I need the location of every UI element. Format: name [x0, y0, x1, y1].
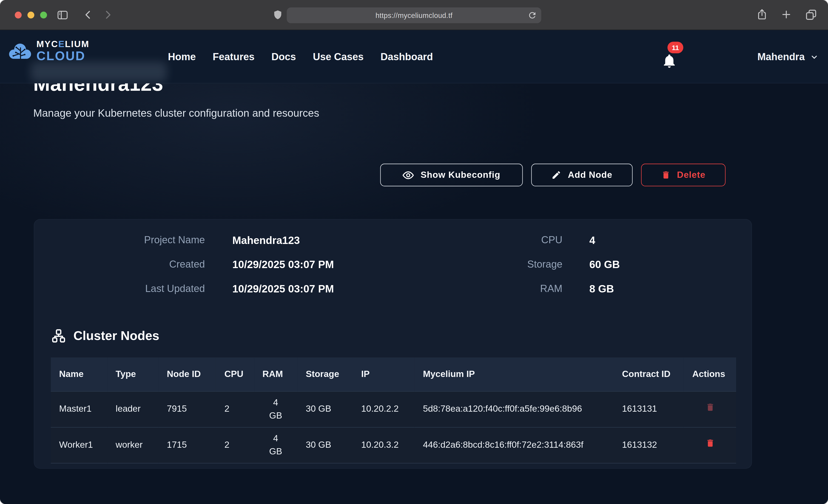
info-label: RAM	[462, 283, 563, 295]
info-value: 60 GB	[589, 259, 620, 270]
cell-cpu: 2	[216, 391, 254, 427]
cell-name: Master1	[51, 391, 107, 427]
cell-node-id: 1715	[158, 427, 216, 463]
column-header-contract-id: Contract ID	[614, 358, 684, 391]
trash-icon	[661, 170, 671, 180]
cell-storage: 30 GB	[297, 391, 353, 427]
cell-storage: 30 GB	[297, 427, 353, 463]
browser-window: https://myceliumcloud.tf	[0, 0, 828, 504]
new-tab-icon[interactable]	[780, 8, 792, 21]
cell-actions	[684, 391, 736, 427]
reload-icon[interactable]	[528, 10, 537, 20]
info-value: 8 GB	[589, 283, 620, 295]
nav-link-home[interactable]: Home	[168, 51, 196, 63]
nav-link-dashboard[interactable]: Dashboard	[380, 51, 433, 63]
logo[interactable]: MYCELIUM CLOUD	[7, 40, 89, 62]
bell-icon	[662, 53, 676, 69]
info-label: Project Name	[87, 234, 205, 246]
info-label: Last Updated	[87, 283, 205, 295]
info-label: CPU	[462, 234, 563, 246]
table-header-row: Name Type Node ID CPU RAM Storage IP Myc…	[51, 358, 736, 391]
shield-icon[interactable]	[273, 9, 283, 21]
info-label: Storage	[462, 259, 563, 270]
blurred-title-artifact	[31, 62, 167, 82]
main-navigation: Home Features Docs Use Cases Dashboard	[168, 30, 433, 83]
cell-name: Worker1	[51, 427, 107, 463]
cell-contract-id: 1613131	[614, 391, 684, 427]
cell-mycelium-ip: 446:d2a6:8bcd:8c16:ff0f:72e2:3114:863f	[415, 427, 614, 463]
info-value: 10/29/2025 03:07 PM	[232, 283, 334, 295]
cell-ram: 4 GB	[254, 427, 297, 463]
cluster-nodes-title: Cluster Nodes	[73, 328, 159, 343]
column-header-type: Type	[107, 358, 158, 391]
table-row: Worker1 worker 1715 2 4 GB 30 GB 10.20.3…	[51, 427, 736, 463]
cell-type: worker	[107, 427, 158, 463]
user-name: Mahendra	[757, 51, 805, 63]
cluster-nodes-table: Name Type Node ID CPU RAM Storage IP Myc…	[51, 358, 736, 463]
info-value: 10/29/2025 03:07 PM	[232, 259, 334, 270]
cell-ip: 10.20.2.2	[353, 391, 415, 427]
notifications-button[interactable]: 11	[660, 44, 687, 74]
zoom-window-button[interactable]	[40, 12, 47, 18]
user-menu[interactable]: Mahendra	[757, 30, 819, 83]
column-header-node-id: Node ID	[158, 358, 216, 391]
network-icon	[51, 328, 66, 343]
close-window-button[interactable]	[15, 12, 22, 18]
cluster-nodes-heading: Cluster Nodes	[51, 328, 159, 343]
minimize-window-button[interactable]	[27, 12, 34, 18]
delete-node-button[interactable]	[705, 438, 715, 448]
column-header-storage: Storage	[297, 358, 353, 391]
table-row: Master1 leader 7915 2 4 GB 30 GB 10.20.2…	[51, 391, 736, 427]
mycelium-cloud-logo-icon	[7, 41, 33, 61]
info-label: Created	[87, 259, 205, 270]
column-header-ip: IP	[353, 358, 415, 391]
cell-ip: 10.20.3.2	[353, 427, 415, 463]
share-icon[interactable]	[756, 8, 768, 21]
cell-mycelium-ip: 5d8:78ea:a120:f40c:ff0f:a5fe:99e6:8b96	[415, 391, 614, 427]
cell-ram: 4 GB	[254, 391, 297, 427]
cell-type: leader	[107, 391, 158, 427]
add-node-button[interactable]: Add Node	[531, 164, 633, 186]
info-value: Mahendra123	[232, 234, 334, 246]
forward-icon[interactable]	[102, 9, 114, 21]
logo-text: MYCELIUM CLOUD	[37, 40, 89, 62]
site-navbar: MYCELIUM CLOUD Home Features Docs Use Ca…	[0, 30, 828, 83]
address-bar[interactable]: https://myceliumcloud.tf	[287, 7, 541, 23]
browser-toolbar: https://myceliumcloud.tf	[0, 0, 828, 30]
delete-cluster-button[interactable]: Delete	[641, 164, 726, 186]
delete-node-button-disabled[interactable]	[705, 402, 715, 412]
nav-link-use-cases[interactable]: Use Cases	[313, 51, 364, 63]
info-value: 4	[589, 234, 620, 246]
tab-overview-icon[interactable]	[805, 8, 818, 21]
toolbar-right-icons	[756, 8, 818, 21]
traffic-lights	[15, 12, 47, 18]
url-text: https://myceliumcloud.tf	[375, 11, 453, 19]
eye-icon	[403, 169, 414, 181]
column-header-ram: RAM	[254, 358, 297, 391]
pencil-icon	[551, 170, 562, 180]
page-subtitle: Manage your Kubernetes cluster configura…	[33, 107, 319, 119]
show-kubeconfig-button[interactable]: Show Kubeconfig	[380, 164, 523, 186]
cluster-actions: Show Kubeconfig Add Node Delete	[380, 164, 726, 186]
cell-node-id: 7915	[158, 391, 216, 427]
notification-badge: 11	[667, 42, 683, 53]
cell-cpu: 2	[216, 427, 254, 463]
project-info-left: Project Name Mahendra123 Created 10/29/2…	[87, 234, 334, 294]
cell-contract-id: 1613132	[614, 427, 684, 463]
column-header-mycelium-ip: Mycelium IP	[415, 358, 614, 391]
project-info-right: CPU 4 Storage 60 GB RAM 8 GB	[462, 234, 620, 294]
sidebar-toggle-icon[interactable]	[56, 9, 69, 21]
chevron-down-icon	[810, 53, 819, 61]
cell-actions	[684, 427, 736, 463]
nav-link-features[interactable]: Features	[213, 51, 255, 63]
column-header-name: Name	[51, 358, 107, 391]
cluster-details-card: Project Name Mahendra123 Created 10/29/2…	[34, 219, 752, 469]
column-header-cpu: CPU	[216, 358, 254, 391]
nav-link-docs[interactable]: Docs	[272, 51, 296, 63]
back-icon[interactable]	[82, 9, 94, 21]
page-content: Mahendra123 Manage your Kubernetes clust…	[0, 30, 828, 504]
column-header-actions: Actions	[684, 358, 736, 391]
